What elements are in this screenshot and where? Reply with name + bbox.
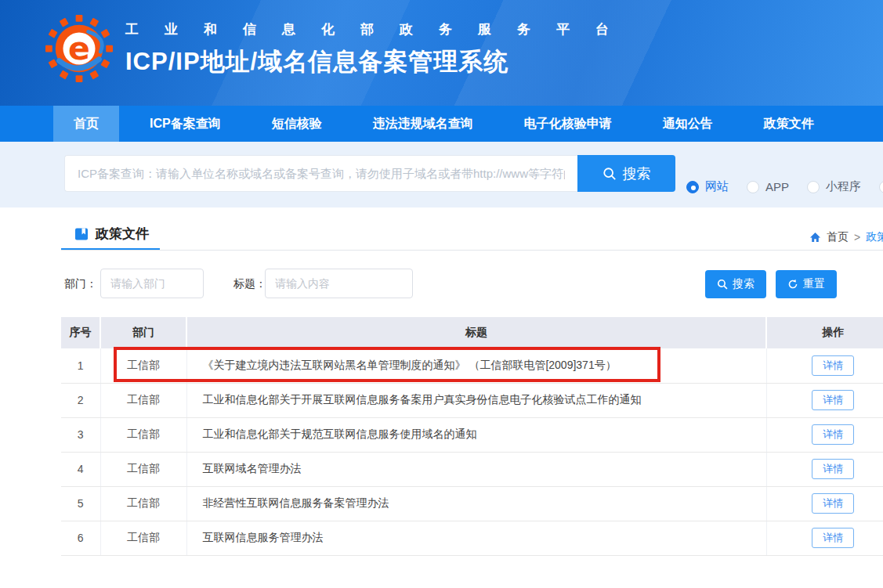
search-type-radio-group: 网站 APP 小程序 快应用 — [686, 179, 883, 194]
section-divider — [61, 250, 883, 251]
cell-title: 《关于建立境内违法互联网站黑名单管理制度的通知》 （工信部联电管[2009]37… — [186, 348, 766, 383]
search-icon — [717, 279, 728, 290]
cell-no: 6 — [61, 521, 100, 555]
col-header-action: 操作 — [766, 317, 883, 348]
icp-search-button[interactable]: 搜索 — [577, 155, 675, 192]
main-nav: 首页 ICP备案查询 短信核验 违法违规域名查询 电子化核验申请 通知公告 政策… — [0, 106, 883, 142]
table-row: 2 工信部 工业和信息化部关于开展互联网信息服务备案用户真实身份信息电子化核验试… — [61, 383, 883, 417]
radio-circle-icon — [879, 181, 883, 193]
home-icon — [809, 232, 821, 243]
dept-filter-label: 部门： — [64, 277, 97, 291]
detail-button[interactable]: 详情 — [812, 390, 854, 410]
title-filter-input[interactable] — [265, 269, 413, 298]
cell-no: 5 — [61, 486, 100, 521]
radio-miniprogram-label: 小程序 — [826, 179, 861, 194]
radio-circle-icon — [807, 181, 820, 193]
miit-logo-icon: e — [45, 14, 113, 86]
page: e 工业和信息化部政务服务平台 ICP/IP地址/域名信息备案管理系统 首页 I… — [0, 0, 883, 588]
detail-button[interactable]: 详情 — [812, 355, 854, 376]
radio-circle-icon — [686, 181, 699, 193]
cell-no: 3 — [61, 417, 100, 452]
filter-search-label: 搜索 — [733, 277, 755, 291]
cell-dept: 工信部 — [100, 348, 186, 383]
cell-title: 非经营性互联网信息服务备案管理办法 — [186, 486, 766, 521]
cell-dept: 工信部 — [100, 452, 186, 486]
radio-app-label: APP — [765, 180, 789, 193]
breadcrumb: 首页 > 政策文件 — [809, 230, 883, 244]
icp-search-input[interactable] — [64, 155, 577, 192]
policy-table: 序号 部门 标题 操作 1 工信部 《关于建立境内违法互联网站黑名单管理制度的通… — [61, 317, 883, 556]
cell-dept: 工信部 — [100, 417, 186, 452]
nav-item-illegal-domain-query[interactable]: 违法违规域名查询 — [353, 106, 494, 142]
radio-app[interactable]: APP — [747, 180, 789, 193]
radio-circle-icon — [747, 181, 759, 193]
nav-item-notices[interactable]: 通知公告 — [642, 106, 733, 142]
dept-filter-input[interactable] — [100, 269, 204, 298]
radio-miniprogram[interactable]: 小程序 — [807, 179, 861, 194]
cell-no: 2 — [61, 383, 100, 417]
col-header-no: 序号 — [61, 317, 100, 348]
detail-button[interactable]: 详情 — [812, 459, 854, 479]
detail-button[interactable]: 详情 — [812, 493, 854, 514]
icp-search-strip: 搜索 网站 APP 小程序 快应用 — [0, 142, 883, 207]
detail-button[interactable]: 详情 — [812, 528, 854, 548]
search-icon — [603, 167, 617, 181]
ministry-title: 工业和信息化部政务服务平台 — [125, 20, 635, 38]
radio-website-label: 网站 — [705, 179, 729, 194]
nav-item-icp-query[interactable]: ICP备案查询 — [129, 106, 241, 142]
nav-item-e-verify-apply[interactable]: 电子化核验申请 — [504, 106, 632, 142]
col-header-title: 标题 — [186, 317, 766, 348]
filter-reset-button[interactable]: 重置 — [776, 270, 837, 298]
filter-reset-label: 重置 — [803, 277, 825, 291]
table-row: 6 工信部 互联网信息服务管理办法 详情 — [61, 521, 883, 555]
nav-item-policy-files[interactable]: 政策文件 — [744, 106, 834, 142]
cell-dept: 工信部 — [100, 521, 186, 555]
cell-no: 1 — [61, 348, 100, 383]
title-filter-label: 标题： — [233, 277, 266, 291]
filter-search-button[interactable]: 搜索 — [705, 270, 766, 298]
table-header-row: 序号 部门 标题 操作 — [61, 317, 883, 348]
system-title: ICP/IP地址/域名信息备案管理系统 — [125, 45, 635, 78]
radio-website[interactable]: 网站 — [686, 179, 729, 194]
nav-item-home[interactable]: 首页 — [53, 106, 119, 142]
breadcrumb-current: 政策文件 — [866, 230, 883, 244]
page-title-label: 政策文件 — [96, 225, 149, 243]
radio-quickapp[interactable]: 快应用 — [879, 179, 883, 194]
cell-no: 4 — [61, 452, 100, 486]
cell-dept: 工信部 — [100, 486, 186, 521]
cell-title: 工业和信息化部关于开展互联网信息服务备案用户真实身份信息电子化核验试点工作的通知 — [186, 383, 766, 417]
detail-button[interactable]: 详情 — [812, 424, 854, 445]
book-icon — [74, 227, 89, 241]
cell-title: 互联网域名管理办法 — [186, 452, 766, 486]
svg-text:e: e — [68, 30, 90, 67]
table-row: 1 工信部 《关于建立境内违法互联网站黑名单管理制度的通知》 （工信部联电管[2… — [61, 348, 883, 383]
breadcrumb-separator: > — [854, 231, 860, 243]
cell-title: 互联网信息服务管理办法 — [186, 521, 766, 555]
cell-dept: 工信部 — [100, 383, 186, 417]
page-title: 政策文件 — [74, 225, 149, 243]
nav-item-sms-verify[interactable]: 短信核验 — [252, 106, 342, 142]
breadcrumb-home[interactable]: 首页 — [827, 230, 849, 244]
refresh-icon — [787, 279, 798, 290]
table-row: 5 工信部 非经营性互联网信息服务备案管理办法 详情 — [61, 486, 883, 521]
cell-title: 工业和信息化部关于规范互联网信息服务使用域名的通知 — [186, 417, 766, 452]
icp-search-box: 搜索 — [64, 155, 675, 192]
site-header: e 工业和信息化部政务服务平台 ICP/IP地址/域名信息备案管理系统 — [0, 0, 883, 106]
col-header-dept: 部门 — [100, 317, 186, 348]
table-row: 4 工信部 互联网域名管理办法 详情 — [61, 452, 883, 486]
icp-search-button-label: 搜索 — [623, 164, 651, 183]
table-row: 3 工信部 工业和信息化部关于规范互联网信息服务使用域名的通知 详情 — [61, 417, 883, 452]
